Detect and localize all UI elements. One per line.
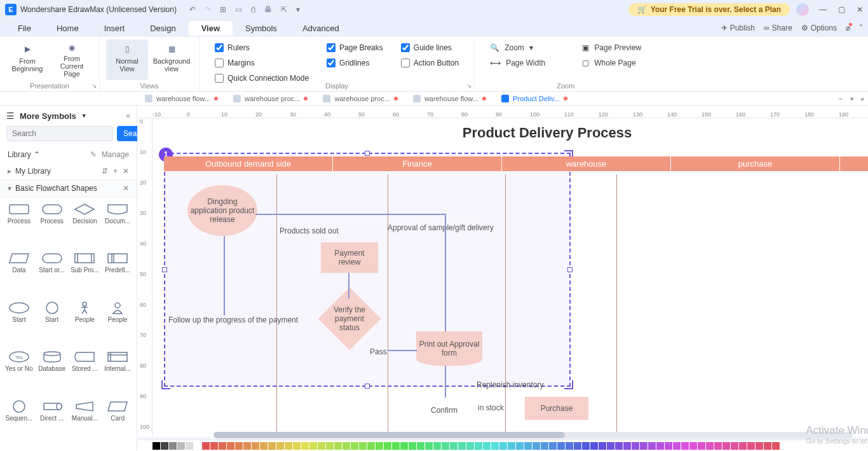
color-swatch[interactable] bbox=[433, 442, 441, 450]
shape-item[interactable]: People bbox=[70, 301, 100, 347]
doc-tab[interactable]: warehouse proc... bbox=[226, 95, 315, 102]
color-swatch[interactable] bbox=[466, 442, 474, 450]
color-swatch[interactable] bbox=[739, 442, 747, 450]
shape-item[interactable]: Internal... bbox=[102, 350, 133, 396]
menu-symbols[interactable]: Symbols bbox=[233, 21, 290, 36]
page-breaks-checkbox[interactable]: Page Breaks bbox=[327, 43, 383, 52]
menu-design[interactable]: Design bbox=[137, 21, 188, 36]
lane-header[interactable]: warehouse bbox=[502, 156, 671, 171]
color-swatch[interactable] bbox=[532, 442, 540, 450]
shape-item[interactable]: Sub Pro... bbox=[70, 251, 100, 298]
trial-banner[interactable]: 🛒 Your Free Trial is over. Select a Plan bbox=[628, 3, 790, 16]
node-payment-review[interactable]: Payment review bbox=[321, 242, 378, 273]
manage-link[interactable]: Manage bbox=[102, 150, 129, 159]
color-swatch[interactable] bbox=[301, 442, 309, 450]
lane-header[interactable]: Finance bbox=[333, 156, 502, 171]
close-icon[interactable]: ✕ bbox=[857, 5, 863, 14]
shape-item[interactable]: Docum... bbox=[102, 202, 133, 249]
color-swatch[interactable] bbox=[706, 442, 714, 450]
color-swatch[interactable] bbox=[400, 442, 408, 450]
action-button-checkbox[interactable]: Action Button bbox=[401, 59, 459, 67]
lane-header[interactable]: quality bbox=[840, 156, 868, 171]
shape-item[interactable]: Start or... bbox=[37, 251, 67, 298]
color-swatch[interactable] bbox=[367, 442, 375, 450]
color-swatch[interactable] bbox=[475, 442, 482, 450]
shape-item[interactable]: Database bbox=[37, 350, 67, 396]
tab-overflow-icon[interactable]: » bbox=[860, 95, 864, 102]
open-icon[interactable]: ▭ bbox=[235, 5, 242, 14]
close-lib-icon[interactable]: ✕ bbox=[123, 167, 129, 176]
color-swatch[interactable] bbox=[276, 442, 284, 450]
color-swatch[interactable] bbox=[442, 442, 449, 450]
menu-insert[interactable]: Insert bbox=[92, 21, 138, 36]
more-symbols-label[interactable]: More Symbols bbox=[20, 111, 76, 121]
print-icon[interactable]: 🖶 bbox=[264, 5, 272, 14]
color-swatch[interactable] bbox=[326, 442, 334, 450]
shape-item[interactable]: Data bbox=[4, 251, 34, 298]
export-icon[interactable]: ⇱ bbox=[281, 5, 287, 14]
color-swatch[interactable] bbox=[632, 442, 639, 450]
color-swatch[interactable] bbox=[764, 442, 771, 450]
color-swatch[interactable] bbox=[590, 442, 598, 450]
shape-item[interactable]: Stored ... bbox=[70, 350, 100, 396]
undo-icon[interactable]: ↶ bbox=[189, 5, 196, 14]
color-swatch[interactable] bbox=[177, 442, 185, 450]
color-swatch[interactable] bbox=[524, 442, 532, 450]
minimize-icon[interactable]: — bbox=[819, 5, 827, 14]
color-swatch[interactable] bbox=[334, 442, 342, 450]
share-icon[interactable]: ⇵ bbox=[102, 167, 108, 176]
whole-page-button[interactable]: ▢Whole Page bbox=[582, 59, 641, 67]
color-swatch[interactable] bbox=[607, 442, 614, 450]
color-swatch[interactable] bbox=[731, 442, 738, 450]
color-swatch[interactable] bbox=[252, 442, 259, 450]
color-swatch[interactable] bbox=[566, 442, 573, 450]
dropdown-icon[interactable]: ▾ bbox=[296, 5, 300, 14]
quick-connection-checkbox[interactable]: Quick Connection Mode bbox=[215, 74, 309, 83]
shape-item[interactable]: Direct ... bbox=[37, 399, 67, 446]
color-swatch[interactable] bbox=[293, 442, 301, 450]
color-swatch[interactable] bbox=[549, 442, 557, 450]
color-bar[interactable] bbox=[137, 440, 868, 451]
save-icon[interactable]: ⎙ bbox=[251, 5, 255, 14]
menu-view[interactable]: View bbox=[189, 21, 233, 36]
color-swatch[interactable] bbox=[574, 442, 581, 450]
close-section-icon[interactable]: ✕ bbox=[123, 184, 129, 193]
margins-checkbox[interactable]: Margins bbox=[215, 59, 309, 67]
shape-item[interactable]: YesYes or No bbox=[4, 350, 34, 396]
menu-advanced[interactable]: Advanced bbox=[290, 21, 352, 36]
shape-item[interactable]: Process bbox=[37, 202, 67, 249]
color-swatch[interactable] bbox=[582, 442, 590, 450]
color-swatch[interactable] bbox=[483, 442, 491, 450]
redo-icon[interactable]: ↷ bbox=[205, 5, 211, 14]
node-confirm[interactable]: Confirm bbox=[418, 384, 470, 436]
share-button[interactable]: ∞ Share bbox=[764, 24, 792, 32]
color-swatch[interactable] bbox=[714, 442, 722, 450]
lane-header[interactable]: purchase bbox=[671, 156, 840, 171]
shape-item[interactable]: Decision bbox=[70, 202, 100, 249]
color-swatch[interactable] bbox=[698, 442, 705, 450]
color-swatch[interactable] bbox=[202, 442, 210, 450]
background-view-button[interactable]: ▦Background view bbox=[151, 39, 193, 80]
lane-header[interactable]: Outbound demand side bbox=[164, 156, 333, 171]
node-purchase[interactable]: Purchase bbox=[525, 397, 588, 420]
section-header[interactable]: ▾Basic Flowchart Shapes ✕ bbox=[0, 179, 137, 197]
node-print-approval[interactable]: Print out Approval form bbox=[416, 331, 482, 366]
color-swatch[interactable] bbox=[499, 442, 507, 450]
color-swatch[interactable] bbox=[599, 442, 606, 450]
zoom-button[interactable]: 🔍Zoom▾ bbox=[490, 43, 545, 52]
color-swatch[interactable] bbox=[235, 442, 243, 450]
color-swatch[interactable] bbox=[309, 442, 317, 450]
add-icon[interactable]: + bbox=[113, 167, 118, 176]
publish-button[interactable]: ✈ Publish bbox=[721, 24, 755, 32]
color-swatch[interactable] bbox=[268, 442, 276, 450]
group-launcher-icon[interactable]: ↘ bbox=[92, 82, 97, 89]
rulers-checkbox[interactable]: Rulers bbox=[215, 43, 309, 52]
color-swatch[interactable] bbox=[640, 442, 648, 450]
color-swatch[interactable] bbox=[210, 442, 218, 450]
notification-icon[interactable]: ⌀ bbox=[846, 24, 850, 32]
color-swatch[interactable] bbox=[359, 442, 367, 450]
color-swatch[interactable] bbox=[285, 442, 292, 450]
color-swatch[interactable] bbox=[673, 442, 681, 450]
color-swatch[interactable] bbox=[417, 442, 424, 450]
guide-lines-checkbox[interactable]: Guide lines bbox=[401, 43, 459, 52]
